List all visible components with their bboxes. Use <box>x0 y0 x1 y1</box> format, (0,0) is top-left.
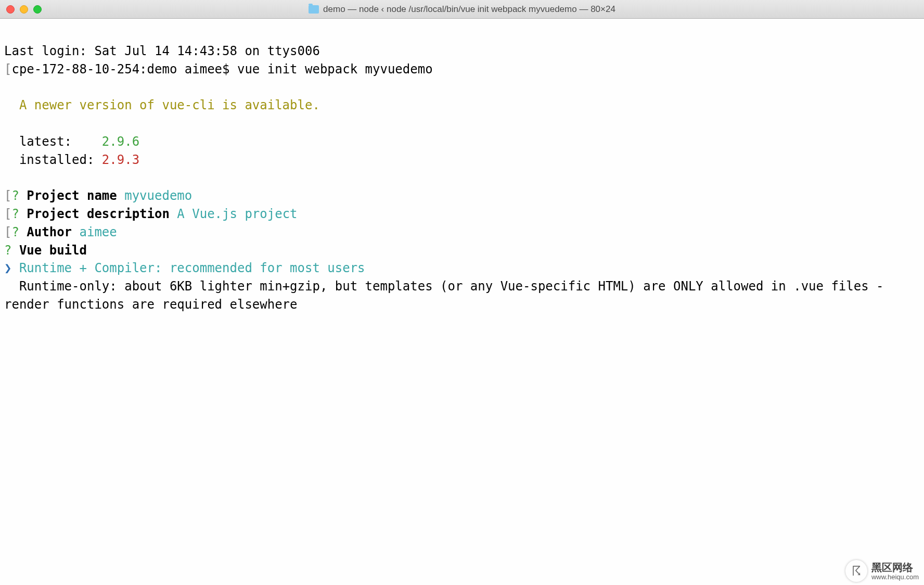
minimize-icon[interactable] <box>20 5 28 14</box>
command-text: vue init webpack myvuedemo <box>237 62 433 77</box>
watermark-brand: 黑区网络 <box>871 562 919 573</box>
window-titlebar: demo — node ‹ node /usr/local/bin/vue in… <box>0 0 924 19</box>
maximize-icon[interactable] <box>33 5 42 14</box>
terminal-body[interactable]: Last login: Sat Jul 14 14:43:58 on ttys0… <box>0 19 924 585</box>
installed-version: 2.9.3 <box>102 152 139 167</box>
project-name-value: myvuedemo <box>124 188 192 203</box>
latest-version: 2.9.6 <box>102 134 139 149</box>
last-login-line: Last login: Sat Jul 14 14:43:58 on ttys0… <box>4 42 920 60</box>
close-icon[interactable] <box>6 5 15 14</box>
project-desc-value: A Vue.js project <box>177 207 297 221</box>
prompt-project-desc: [? Project description A Vue.js project <box>4 205 920 223</box>
prompt-vue-build: ? Vue build <box>4 241 920 260</box>
window-title: demo — node ‹ node /usr/local/bin/vue in… <box>309 4 615 15</box>
option-runtime-compiler[interactable]: ❯ Runtime + Compiler: recommended for mo… <box>4 259 920 277</box>
watermark: ☈ 黑区网络 www.heiqu.com <box>845 560 919 582</box>
prompt-author: [? Author aimee <box>4 223 920 241</box>
window-title-text: demo — node ‹ node /usr/local/bin/vue in… <box>323 4 615 15</box>
folder-icon <box>309 5 319 14</box>
traffic-lights <box>6 5 42 14</box>
chevron-right-icon: ❯ <box>4 261 19 275</box>
latest-line: latest: 2.9.6 <box>4 133 920 151</box>
update-notice: A newer version of vue-cli is available. <box>4 96 920 115</box>
option-runtime-only[interactable]: Runtime-only: about 6KB lighter min+gzip… <box>4 277 920 314</box>
shell-prompt: cpe-172-88-10-254:demo aimee$ <box>11 62 237 77</box>
prompt-project-name: [? Project name myvuedemo <box>4 187 920 205</box>
prompt-line: [cpe-172-88-10-254:demo aimee$ vue init … <box>4 60 920 79</box>
watermark-logo-icon: ☈ <box>845 560 867 582</box>
author-value: aimee <box>80 225 117 239</box>
installed-line: installed: 2.9.3 <box>4 151 920 169</box>
watermark-url: www.heiqu.com <box>871 573 919 581</box>
